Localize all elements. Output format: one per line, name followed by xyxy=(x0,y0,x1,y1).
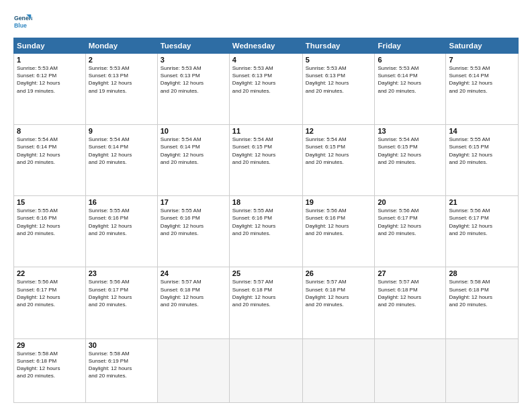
day-cell: 7Sunrise: 5:53 AM Sunset: 6:14 PM Daylig… xyxy=(446,54,519,125)
day-number: 26 xyxy=(306,269,372,277)
day-number: 3 xyxy=(161,56,226,64)
day-cell: 21Sunrise: 5:56 AM Sunset: 6:17 PM Dayli… xyxy=(446,196,519,267)
day-cell: 18Sunrise: 5:55 AM Sunset: 6:16 PM Dayli… xyxy=(229,196,302,267)
day-number: 18 xyxy=(232,198,300,206)
day-number: 29 xyxy=(17,341,83,349)
day-cell: 6Sunrise: 5:53 AM Sunset: 6:14 PM Daylig… xyxy=(375,54,446,125)
week-row-4: 22Sunrise: 5:56 AM Sunset: 6:17 PM Dayli… xyxy=(14,267,519,338)
day-number: 8 xyxy=(17,127,83,135)
col-header-friday: Friday xyxy=(375,38,446,54)
day-cell: 28Sunrise: 5:58 AM Sunset: 6:18 PM Dayli… xyxy=(446,267,519,338)
day-info: Sunrise: 5:54 AM Sunset: 6:14 PM Dayligh… xyxy=(17,136,83,166)
day-cell: 19Sunrise: 5:56 AM Sunset: 6:16 PM Dayli… xyxy=(302,196,375,267)
day-cell: 3Sunrise: 5:53 AM Sunset: 6:13 PM Daylig… xyxy=(157,54,229,125)
day-info: Sunrise: 5:57 AM Sunset: 6:18 PM Dayligh… xyxy=(306,278,372,308)
week-row-2: 8Sunrise: 5:54 AM Sunset: 6:14 PM Daylig… xyxy=(14,125,519,196)
day-info: Sunrise: 5:55 AM Sunset: 6:16 PM Dayligh… xyxy=(232,207,300,237)
col-header-saturday: Saturday xyxy=(446,38,519,54)
day-cell: 17Sunrise: 5:55 AM Sunset: 6:16 PM Dayli… xyxy=(157,196,229,267)
day-info: Sunrise: 5:53 AM Sunset: 6:13 PM Dayligh… xyxy=(161,64,226,95)
day-cell xyxy=(302,338,375,403)
day-cell: 16Sunrise: 5:55 AM Sunset: 6:16 PM Dayli… xyxy=(85,196,157,267)
day-cell: 1Sunrise: 5:53 AM Sunset: 6:12 PM Daylig… xyxy=(14,54,86,125)
col-header-sunday: Sunday xyxy=(14,38,86,54)
day-info: Sunrise: 5:56 AM Sunset: 6:17 PM Dayligh… xyxy=(378,207,443,237)
day-info: Sunrise: 5:54 AM Sunset: 6:15 PM Dayligh… xyxy=(232,136,300,166)
day-info: Sunrise: 5:56 AM Sunset: 6:16 PM Dayligh… xyxy=(306,207,372,237)
day-number: 20 xyxy=(378,198,443,206)
day-number: 25 xyxy=(232,269,300,277)
day-number: 7 xyxy=(449,56,515,64)
day-info: Sunrise: 5:57 AM Sunset: 6:18 PM Dayligh… xyxy=(232,278,300,308)
day-cell: 30Sunrise: 5:58 AM Sunset: 6:19 PM Dayli… xyxy=(85,338,157,403)
svg-text:Blue: Blue xyxy=(14,22,27,29)
day-info: Sunrise: 5:53 AM Sunset: 6:14 PM Dayligh… xyxy=(378,64,443,95)
col-header-monday: Monday xyxy=(85,38,157,54)
week-row-1: 1Sunrise: 5:53 AM Sunset: 6:12 PM Daylig… xyxy=(14,54,519,125)
week-row-3: 15Sunrise: 5:55 AM Sunset: 6:16 PM Dayli… xyxy=(14,196,519,267)
col-header-wednesday: Wednesday xyxy=(229,38,302,54)
day-info: Sunrise: 5:56 AM Sunset: 6:17 PM Dayligh… xyxy=(449,207,515,237)
day-cell xyxy=(446,338,519,403)
day-info: Sunrise: 5:53 AM Sunset: 6:13 PM Dayligh… xyxy=(306,64,372,95)
day-number: 19 xyxy=(306,198,372,206)
day-number: 22 xyxy=(17,269,83,277)
day-info: Sunrise: 5:54 AM Sunset: 6:15 PM Dayligh… xyxy=(306,136,372,166)
header: General Blue xyxy=(13,12,519,31)
day-cell: 11Sunrise: 5:54 AM Sunset: 6:15 PM Dayli… xyxy=(229,125,302,196)
day-info: Sunrise: 5:57 AM Sunset: 6:18 PM Dayligh… xyxy=(161,278,226,308)
day-number: 1 xyxy=(17,56,83,64)
day-number: 12 xyxy=(306,127,372,135)
day-number: 28 xyxy=(449,269,515,277)
day-number: 14 xyxy=(449,127,515,135)
day-cell: 25Sunrise: 5:57 AM Sunset: 6:18 PM Dayli… xyxy=(229,267,302,338)
logo-icon: General Blue xyxy=(13,12,32,31)
day-number: 4 xyxy=(232,56,300,64)
day-cell: 4Sunrise: 5:53 AM Sunset: 6:13 PM Daylig… xyxy=(229,54,302,125)
day-number: 13 xyxy=(378,127,443,135)
day-info: Sunrise: 5:58 AM Sunset: 6:18 PM Dayligh… xyxy=(17,350,83,380)
day-info: Sunrise: 5:54 AM Sunset: 6:14 PM Dayligh… xyxy=(161,136,226,166)
day-info: Sunrise: 5:56 AM Sunset: 6:17 PM Dayligh… xyxy=(17,278,83,308)
day-number: 17 xyxy=(161,198,226,206)
day-number: 11 xyxy=(232,127,300,135)
day-info: Sunrise: 5:53 AM Sunset: 6:13 PM Dayligh… xyxy=(232,64,300,95)
week-row-5: 29Sunrise: 5:58 AM Sunset: 6:18 PM Dayli… xyxy=(14,338,519,403)
day-number: 24 xyxy=(161,269,226,277)
day-info: Sunrise: 5:55 AM Sunset: 6:16 PM Dayligh… xyxy=(161,207,226,237)
col-header-tuesday: Tuesday xyxy=(157,38,229,54)
header-row: SundayMondayTuesdayWednesdayThursdayFrid… xyxy=(14,38,519,54)
day-info: Sunrise: 5:55 AM Sunset: 6:16 PM Dayligh… xyxy=(89,207,154,237)
day-cell: 5Sunrise: 5:53 AM Sunset: 6:13 PM Daylig… xyxy=(302,54,375,125)
day-info: Sunrise: 5:55 AM Sunset: 6:15 PM Dayligh… xyxy=(449,136,515,166)
day-number: 27 xyxy=(378,269,443,277)
day-cell: 13Sunrise: 5:54 AM Sunset: 6:15 PM Dayli… xyxy=(375,125,446,196)
day-cell: 9Sunrise: 5:54 AM Sunset: 6:14 PM Daylig… xyxy=(85,125,157,196)
day-info: Sunrise: 5:53 AM Sunset: 6:12 PM Dayligh… xyxy=(17,64,83,95)
day-cell xyxy=(375,338,446,403)
day-cell: 2Sunrise: 5:53 AM Sunset: 6:13 PM Daylig… xyxy=(85,54,157,125)
day-info: Sunrise: 5:58 AM Sunset: 6:19 PM Dayligh… xyxy=(89,350,154,380)
day-number: 10 xyxy=(161,127,226,135)
day-cell: 23Sunrise: 5:56 AM Sunset: 6:17 PM Dayli… xyxy=(85,267,157,338)
calendar-page: General Blue SundayMondayTuesdayWednesda… xyxy=(0,0,532,411)
day-number: 6 xyxy=(378,56,443,64)
day-number: 9 xyxy=(89,127,154,135)
day-cell: 15Sunrise: 5:55 AM Sunset: 6:16 PM Dayli… xyxy=(14,196,86,267)
day-info: Sunrise: 5:54 AM Sunset: 6:14 PM Dayligh… xyxy=(89,136,154,166)
day-info: Sunrise: 5:53 AM Sunset: 6:13 PM Dayligh… xyxy=(89,64,154,95)
day-cell: 29Sunrise: 5:58 AM Sunset: 6:18 PM Dayli… xyxy=(14,338,86,403)
day-cell: 27Sunrise: 5:57 AM Sunset: 6:18 PM Dayli… xyxy=(375,267,446,338)
day-number: 16 xyxy=(89,198,154,206)
day-info: Sunrise: 5:54 AM Sunset: 6:15 PM Dayligh… xyxy=(378,136,443,166)
day-cell xyxy=(229,338,302,403)
logo: General Blue xyxy=(13,12,35,31)
day-cell xyxy=(157,338,229,403)
day-number: 23 xyxy=(89,269,154,277)
day-info: Sunrise: 5:53 AM Sunset: 6:14 PM Dayligh… xyxy=(449,64,515,95)
calendar-table: SundayMondayTuesdayWednesdayThursdayFrid… xyxy=(13,38,519,403)
col-header-thursday: Thursday xyxy=(302,38,375,54)
day-cell: 14Sunrise: 5:55 AM Sunset: 6:15 PM Dayli… xyxy=(446,125,519,196)
day-info: Sunrise: 5:56 AM Sunset: 6:17 PM Dayligh… xyxy=(89,278,154,308)
day-number: 30 xyxy=(89,341,154,349)
